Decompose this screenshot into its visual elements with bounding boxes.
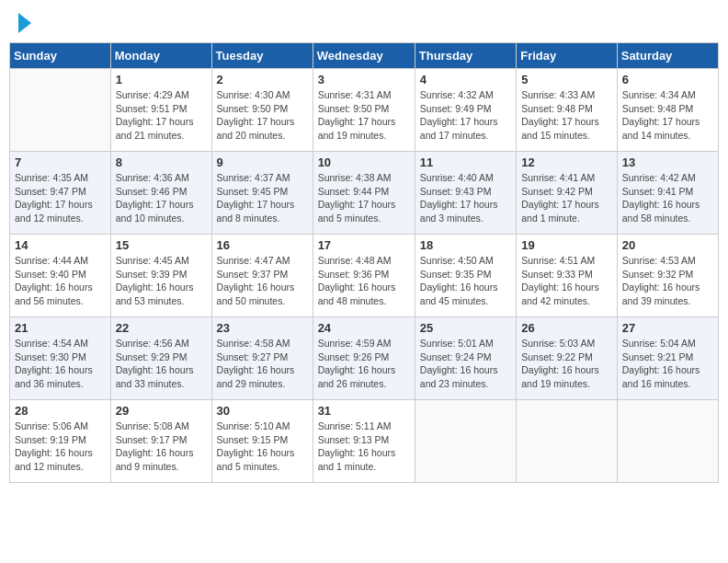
day-number: 16 — [217, 238, 308, 252]
day-number: 20 — [622, 238, 713, 252]
day-content: Sunrise: 4:29 AM Sunset: 9:51 PM Dayligh… — [116, 88, 207, 143]
day-number: 28 — [15, 404, 106, 418]
day-content: Sunrise: 4:56 AM Sunset: 9:29 PM Dayligh… — [116, 337, 207, 391]
calendar-week-row: 21Sunrise: 4:54 AM Sunset: 9:30 PM Dayli… — [10, 317, 719, 400]
calendar-cell: 3Sunrise: 4:31 AM Sunset: 9:50 PM Daylig… — [313, 69, 415, 152]
day-number: 3 — [318, 73, 410, 86]
day-content: Sunrise: 4:59 AM Sunset: 9:26 PM Dayligh… — [318, 337, 410, 391]
day-number: 4 — [420, 73, 511, 86]
calendar-header-row: SundayMondayTuesdayWednesdayThursdayFrid… — [10, 43, 719, 69]
calendar-cell: 9Sunrise: 4:37 AM Sunset: 9:45 PM Daylig… — [211, 152, 313, 235]
day-content: Sunrise: 4:51 AM Sunset: 9:33 PM Dayligh… — [521, 254, 612, 308]
calendar-cell — [517, 400, 618, 483]
logo-arrow-icon — [18, 13, 31, 33]
calendar-cell: 29Sunrise: 5:08 AM Sunset: 9:17 PM Dayli… — [110, 400, 211, 483]
day-number: 9 — [217, 155, 308, 169]
day-number: 22 — [116, 321, 207, 335]
day-number: 19 — [521, 238, 612, 252]
day-number: 7 — [15, 155, 106, 169]
day-header-tuesday: Tuesday — [211, 43, 313, 69]
day-number: 29 — [116, 404, 207, 418]
calendar-cell: 25Sunrise: 5:01 AM Sunset: 9:24 PM Dayli… — [415, 317, 516, 400]
day-number: 2 — [217, 73, 308, 86]
day-number: 18 — [420, 238, 511, 252]
calendar-cell: 31Sunrise: 5:11 AM Sunset: 9:13 PM Dayli… — [313, 400, 415, 483]
day-number: 14 — [15, 238, 106, 252]
day-header-monday: Monday — [110, 43, 211, 69]
page-header — [9, 9, 719, 37]
day-content: Sunrise: 5:03 AM Sunset: 9:22 PM Dayligh… — [521, 337, 612, 391]
day-content: Sunrise: 4:38 AM Sunset: 9:44 PM Dayligh… — [318, 171, 410, 225]
day-content: Sunrise: 4:36 AM Sunset: 9:46 PM Dayligh… — [116, 171, 207, 225]
day-content: Sunrise: 4:42 AM Sunset: 9:41 PM Dayligh… — [622, 171, 713, 225]
calendar-cell: 1Sunrise: 4:29 AM Sunset: 9:51 PM Daylig… — [110, 69, 211, 152]
calendar-cell: 13Sunrise: 4:42 AM Sunset: 9:41 PM Dayli… — [617, 152, 718, 235]
day-number: 26 — [521, 321, 612, 335]
day-content: Sunrise: 4:53 AM Sunset: 9:32 PM Dayligh… — [622, 254, 713, 308]
calendar-cell: 6Sunrise: 4:34 AM Sunset: 9:48 PM Daylig… — [617, 69, 718, 152]
day-content: Sunrise: 4:32 AM Sunset: 9:49 PM Dayligh… — [420, 88, 511, 143]
calendar-cell: 20Sunrise: 4:53 AM Sunset: 9:32 PM Dayli… — [617, 235, 718, 317]
calendar-cell: 12Sunrise: 4:41 AM Sunset: 9:42 PM Dayli… — [517, 152, 618, 235]
day-content: Sunrise: 4:31 AM Sunset: 9:50 PM Dayligh… — [318, 88, 410, 143]
calendar-cell: 30Sunrise: 5:10 AM Sunset: 9:15 PM Dayli… — [211, 400, 313, 483]
calendar-body: 1Sunrise: 4:29 AM Sunset: 9:51 PM Daylig… — [10, 69, 719, 483]
calendar-cell: 17Sunrise: 4:48 AM Sunset: 9:36 PM Dayli… — [313, 235, 415, 317]
calendar-cell: 26Sunrise: 5:03 AM Sunset: 9:22 PM Dayli… — [517, 317, 618, 400]
day-content: Sunrise: 4:44 AM Sunset: 9:40 PM Dayligh… — [15, 254, 106, 308]
calendar-cell: 24Sunrise: 4:59 AM Sunset: 9:26 PM Dayli… — [313, 317, 415, 400]
day-content: Sunrise: 5:08 AM Sunset: 9:17 PM Dayligh… — [116, 419, 207, 474]
day-content: Sunrise: 4:30 AM Sunset: 9:50 PM Dayligh… — [217, 88, 308, 143]
day-number: 8 — [116, 155, 207, 169]
calendar-cell: 8Sunrise: 4:36 AM Sunset: 9:46 PM Daylig… — [110, 152, 211, 235]
day-number: 21 — [15, 321, 106, 335]
calendar-cell: 5Sunrise: 4:33 AM Sunset: 9:48 PM Daylig… — [517, 69, 618, 152]
day-number: 11 — [420, 155, 511, 169]
day-number: 1 — [116, 73, 207, 86]
day-header-wednesday: Wednesday — [313, 43, 415, 69]
calendar-cell: 16Sunrise: 4:47 AM Sunset: 9:37 PM Dayli… — [211, 235, 313, 317]
calendar-cell: 2Sunrise: 4:30 AM Sunset: 9:50 PM Daylig… — [211, 69, 313, 152]
day-header-thursday: Thursday — [415, 43, 516, 69]
day-number: 31 — [318, 404, 410, 418]
day-content: Sunrise: 4:35 AM Sunset: 9:47 PM Dayligh… — [15, 171, 106, 225]
day-number: 23 — [217, 321, 308, 335]
day-number: 17 — [318, 238, 410, 252]
calendar-cell: 18Sunrise: 4:50 AM Sunset: 9:35 PM Dayli… — [415, 235, 516, 317]
day-content: Sunrise: 4:41 AM Sunset: 9:42 PM Dayligh… — [521, 171, 612, 225]
calendar-cell — [415, 400, 516, 483]
day-content: Sunrise: 4:40 AM Sunset: 9:43 PM Dayligh… — [420, 171, 511, 225]
day-content: Sunrise: 5:11 AM Sunset: 9:13 PM Dayligh… — [318, 419, 410, 474]
calendar-cell: 11Sunrise: 4:40 AM Sunset: 9:43 PM Dayli… — [415, 152, 516, 235]
calendar-week-row: 7Sunrise: 4:35 AM Sunset: 9:47 PM Daylig… — [10, 152, 719, 235]
day-content: Sunrise: 4:33 AM Sunset: 9:48 PM Dayligh… — [521, 88, 612, 143]
calendar-cell: 27Sunrise: 5:04 AM Sunset: 9:21 PM Dayli… — [617, 317, 718, 400]
day-header-saturday: Saturday — [617, 43, 718, 69]
calendar-cell: 21Sunrise: 4:54 AM Sunset: 9:30 PM Dayli… — [10, 317, 111, 400]
day-content: Sunrise: 4:48 AM Sunset: 9:36 PM Dayligh… — [318, 254, 410, 308]
calendar-cell — [617, 400, 718, 483]
calendar-cell: 28Sunrise: 5:06 AM Sunset: 9:19 PM Dayli… — [10, 400, 111, 483]
day-content: Sunrise: 5:06 AM Sunset: 9:19 PM Dayligh… — [15, 419, 106, 474]
day-content: Sunrise: 4:58 AM Sunset: 9:27 PM Dayligh… — [217, 337, 308, 391]
day-number: 27 — [622, 321, 713, 335]
day-number: 5 — [521, 73, 612, 86]
day-number: 25 — [420, 321, 511, 335]
day-content: Sunrise: 4:54 AM Sunset: 9:30 PM Dayligh… — [15, 337, 106, 391]
day-number: 13 — [622, 155, 713, 169]
day-number: 24 — [318, 321, 410, 335]
day-number: 30 — [217, 404, 308, 418]
day-header-friday: Friday — [517, 43, 618, 69]
calendar-cell: 19Sunrise: 4:51 AM Sunset: 9:33 PM Dayli… — [517, 235, 618, 317]
day-number: 15 — [116, 238, 207, 252]
day-content: Sunrise: 4:50 AM Sunset: 9:35 PM Dayligh… — [420, 254, 511, 308]
day-number: 6 — [622, 73, 713, 86]
day-header-sunday: Sunday — [10, 43, 111, 69]
day-content: Sunrise: 5:10 AM Sunset: 9:15 PM Dayligh… — [217, 419, 308, 474]
calendar-week-row: 28Sunrise: 5:06 AM Sunset: 9:19 PM Dayli… — [10, 400, 719, 483]
day-content: Sunrise: 4:47 AM Sunset: 9:37 PM Dayligh… — [217, 254, 308, 308]
calendar-week-row: 1Sunrise: 4:29 AM Sunset: 9:51 PM Daylig… — [10, 69, 719, 152]
calendar-cell: 23Sunrise: 4:58 AM Sunset: 9:27 PM Dayli… — [211, 317, 313, 400]
calendar-cell: 15Sunrise: 4:45 AM Sunset: 9:39 PM Dayli… — [110, 235, 211, 317]
calendar-cell — [10, 69, 111, 152]
